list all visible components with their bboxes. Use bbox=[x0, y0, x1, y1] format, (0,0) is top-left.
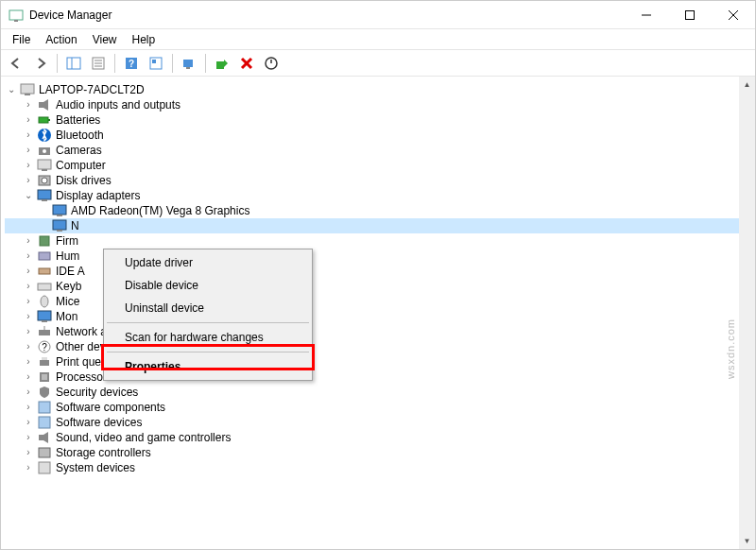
tree-label: Disk drives bbox=[56, 173, 112, 188]
svg-rect-40 bbox=[40, 236, 49, 246]
window-title: Device Manager bbox=[29, 9, 625, 22]
minimize-button[interactable] bbox=[625, 1, 668, 29]
tree-leaf-selected[interactable]: N bbox=[5, 218, 751, 233]
close-button[interactable] bbox=[712, 1, 755, 29]
context-disable-device[interactable]: Disable device bbox=[106, 274, 310, 297]
tree-node[interactable]: ›Batteries bbox=[5, 112, 751, 128]
printer-icon bbox=[37, 354, 52, 370]
uninstall-button[interactable] bbox=[235, 52, 258, 75]
tree-node[interactable]: ›Cameras bbox=[5, 143, 751, 158]
expand-icon[interactable]: › bbox=[22, 295, 35, 308]
context-uninstall-device[interactable]: Uninstall device bbox=[106, 297, 310, 319]
tree-node[interactable]: ›Disk drives bbox=[5, 173, 751, 188]
tree-node[interactable]: ›Audio inputs and outputs bbox=[5, 97, 751, 112]
scroll-up-button[interactable]: ▲ bbox=[739, 77, 755, 93]
expand-icon[interactable]: › bbox=[22, 129, 35, 142]
expand-icon[interactable]: › bbox=[22, 370, 35, 384]
help-button[interactable]: ? bbox=[120, 52, 143, 75]
tree-label: Security devices bbox=[56, 385, 138, 400]
context-properties[interactable]: Properties bbox=[106, 355, 310, 378]
menu-action[interactable]: Action bbox=[38, 31, 84, 48]
tree-node[interactable]: ›Sound, video and game controllers bbox=[5, 430, 751, 445]
disable-button[interactable] bbox=[260, 52, 283, 75]
tree-content: ⌄ LAPTOP-7ADCLT2D ›Audio inputs and outp… bbox=[1, 77, 755, 549]
svg-rect-3 bbox=[686, 10, 695, 19]
tree-label: Computer bbox=[56, 158, 106, 173]
tree-node[interactable]: ›Software components bbox=[5, 400, 751, 415]
watermark: wsxdn.com bbox=[725, 318, 736, 379]
expand-icon[interactable]: › bbox=[22, 325, 35, 338]
expand-icon[interactable]: › bbox=[22, 416, 35, 429]
expand-icon[interactable]: › bbox=[22, 446, 35, 459]
expand-icon[interactable]: › bbox=[22, 280, 35, 293]
tree-node[interactable]: ›System devices bbox=[5, 460, 751, 475]
expand-icon[interactable]: › bbox=[22, 431, 35, 444]
tree-node[interactable]: ›Firm bbox=[5, 233, 751, 249]
display-icon bbox=[52, 218, 67, 233]
vertical-scrollbar[interactable]: ▲ ▼ bbox=[739, 77, 755, 549]
menu-view[interactable]: View bbox=[85, 31, 125, 48]
svg-rect-30 bbox=[38, 160, 51, 169]
tree-label: Display adapters bbox=[56, 188, 140, 203]
security-icon bbox=[37, 385, 52, 400]
menu-help[interactable]: Help bbox=[125, 31, 163, 48]
show-hide-tree-button[interactable] bbox=[62, 52, 85, 75]
expand-icon[interactable]: › bbox=[22, 174, 35, 187]
tree-root[interactable]: ⌄ LAPTOP-7ADCLT2D bbox=[5, 82, 751, 97]
tree-node[interactable]: ›Software devices bbox=[5, 415, 751, 430]
app-icon bbox=[9, 8, 24, 23]
menu-file[interactable]: File bbox=[5, 31, 38, 48]
tree-label: Cameras bbox=[56, 143, 102, 158]
collapse-icon[interactable]: ⌄ bbox=[22, 189, 35, 202]
toolbar-separator bbox=[205, 54, 206, 73]
properties-button[interactable] bbox=[87, 52, 110, 75]
tree-label: Mice bbox=[56, 294, 79, 309]
svg-rect-38 bbox=[53, 220, 66, 230]
context-update-driver[interactable]: Update driver bbox=[106, 251, 310, 274]
expand-icon[interactable]: › bbox=[22, 340, 35, 353]
expand-icon[interactable]: › bbox=[22, 98, 35, 112]
keyboard-icon bbox=[37, 279, 52, 294]
expand-icon[interactable]: › bbox=[22, 159, 35, 172]
svg-text:?: ? bbox=[42, 342, 47, 352]
svg-rect-51 bbox=[40, 360, 49, 366]
tree-node-display-adapters[interactable]: ⌄ Display adapters bbox=[5, 188, 751, 203]
scan-hardware-button[interactable] bbox=[178, 52, 200, 75]
camera-icon bbox=[37, 143, 52, 158]
context-scan-hardware[interactable]: Scan for hardware changes bbox=[106, 326, 310, 349]
svg-rect-36 bbox=[53, 205, 66, 215]
network-icon bbox=[37, 324, 52, 339]
svg-rect-56 bbox=[39, 417, 50, 428]
tree-label: Storage controllers bbox=[56, 445, 151, 460]
cpu-icon bbox=[37, 370, 52, 385]
tree-node[interactable]: ›Security devices bbox=[5, 385, 751, 400]
expand-icon[interactable]: › bbox=[22, 144, 35, 157]
forward-button[interactable] bbox=[29, 52, 52, 75]
back-button[interactable] bbox=[5, 52, 27, 75]
update-driver-button[interactable] bbox=[211, 52, 233, 75]
expand-icon[interactable]: › bbox=[22, 386, 35, 399]
expand-icon[interactable]: › bbox=[22, 234, 35, 248]
tree-label: Firm bbox=[56, 233, 78, 249]
collapse-icon[interactable]: ⌄ bbox=[5, 83, 18, 96]
context-menu: Update driver Disable device Uninstall d… bbox=[103, 249, 313, 381]
expand-icon[interactable]: › bbox=[22, 355, 35, 369]
tree-node[interactable]: ›Computer bbox=[5, 158, 751, 173]
expand-icon[interactable]: › bbox=[22, 310, 35, 323]
expand-icon[interactable]: › bbox=[22, 249, 35, 263]
expand-icon[interactable]: › bbox=[22, 265, 35, 278]
tree-node[interactable]: ›Storage controllers bbox=[5, 445, 751, 460]
scroll-down-button[interactable]: ▼ bbox=[739, 533, 755, 549]
action-button[interactable] bbox=[145, 52, 167, 75]
expand-icon[interactable]: › bbox=[22, 461, 35, 474]
expand-icon[interactable]: › bbox=[22, 113, 35, 127]
svg-rect-37 bbox=[57, 215, 62, 216]
tree-node[interactable]: ›Bluetooth bbox=[5, 128, 751, 143]
svg-rect-54 bbox=[42, 374, 47, 380]
tree-label: LAPTOP-7ADCLT2D bbox=[39, 82, 145, 97]
svg-rect-46 bbox=[42, 320, 47, 322]
expand-icon[interactable]: › bbox=[22, 401, 35, 414]
tree-leaf-amd[interactable]: AMD Radeon(TM) Vega 8 Graphics bbox=[5, 203, 751, 218]
speaker-icon bbox=[37, 97, 52, 112]
maximize-button[interactable] bbox=[668, 1, 712, 29]
